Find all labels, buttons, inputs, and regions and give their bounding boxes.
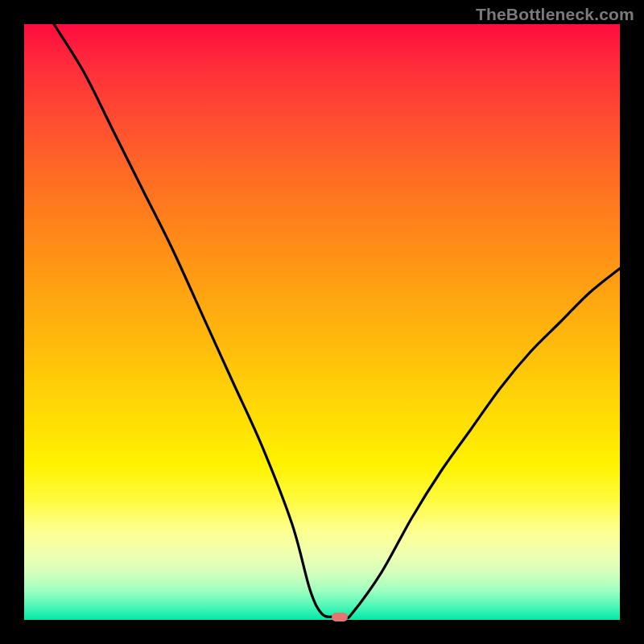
bottleneck-curve <box>24 24 620 620</box>
chart-container: TheBottleneck.com <box>0 0 644 644</box>
plot-area <box>24 24 620 620</box>
watermark-text: TheBottleneck.com <box>476 5 634 24</box>
optimal-point-marker <box>332 613 348 621</box>
